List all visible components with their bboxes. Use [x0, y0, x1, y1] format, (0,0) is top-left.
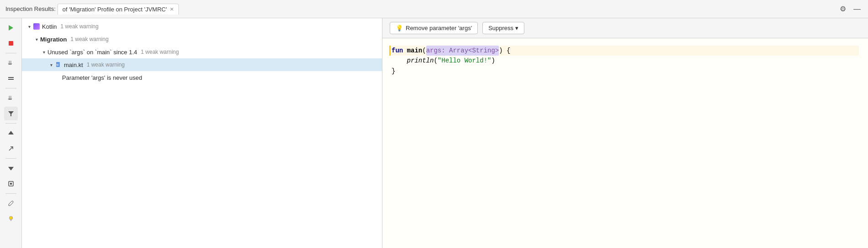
kotlin-badge: 1 weak warning: [61, 23, 99, 30]
svg-rect-10: [10, 183, 12, 185]
inspection-tab[interactable]: of 'Migration' Profile on Project 'JVMRC…: [58, 4, 179, 15]
right-panel: 💡 Remove parameter 'args' Suppress ▾ fun…: [382, 18, 868, 248]
filter-icon: [8, 110, 14, 117]
unused-badge: 1 weak warning: [141, 49, 179, 55]
file-icon: kt: [55, 61, 62, 68]
export-icon: [8, 145, 14, 152]
unused-label: Unused `args` on `main` since 1.4: [47, 49, 137, 56]
function-name-main: main: [407, 46, 423, 56]
left-toolbar: ⇊ ⇊: [0, 18, 22, 248]
svg-rect-4: [8, 79, 14, 80]
mainkt-expand-arrow: ▾: [47, 61, 55, 68]
svg-marker-7: [8, 131, 14, 134]
kotlin-icon: [33, 23, 40, 30]
tab-label: of 'Migration' Profile on Project 'JVMRC…: [63, 6, 167, 13]
wrench-button[interactable]: [4, 196, 18, 210]
inspection-results-label: Inspection Results:: [5, 5, 56, 12]
kotlin-label: Kotlin: [42, 23, 57, 30]
suppress-dropdown-icon: ▾: [515, 25, 518, 31]
collapse-all-button[interactable]: [4, 72, 18, 85]
mainkt-label: main.kt: [64, 62, 83, 68]
kotlin-expand-arrow: ▾: [26, 23, 33, 30]
function-call-println: println: [407, 56, 434, 66]
bulb-button[interactable]: [4, 212, 18, 226]
code-line-2: println("Hello World!"): [392, 56, 859, 66]
svg-rect-1: [9, 41, 13, 46]
stop-icon: [8, 41, 14, 46]
tree-item-kotlin[interactable]: ▾ Kotlin 1 weak warning: [22, 20, 382, 33]
bulb-icon-small: 💡: [396, 25, 403, 31]
unused-expand-arrow: ▾: [40, 48, 47, 56]
tree-item-mainkt[interactable]: ▾ kt main.kt 1 weak warning: [22, 58, 382, 71]
run-button[interactable]: [4, 21, 18, 35]
minimize-icon-button[interactable]: —: [852, 4, 863, 14]
svg-rect-3: [8, 77, 14, 78]
svg-text:kt: kt: [57, 63, 59, 66]
tree-panel: ▾ Kotlin 1 weak warning ▾ Migration 1 we…: [22, 18, 382, 248]
settings-icon-button[interactable]: ⚙: [838, 4, 848, 14]
title-bar: Inspection Results: of 'Migration' Profi…: [0, 0, 868, 18]
tree-item-migration[interactable]: ▾ Migration 1 weak warning: [22, 33, 382, 46]
toolbar-separator-4: [5, 158, 16, 159]
toolbar-separator-2: [5, 88, 16, 88]
param-args: args: Array<String>: [426, 46, 499, 56]
bulb-icon: [8, 216, 14, 222]
down-arrow-icon: [8, 165, 14, 171]
action-bar: 💡 Remove parameter 'args' Suppress ▾: [382, 18, 868, 38]
main-window: Inspection Results: of 'Migration' Profi…: [0, 0, 868, 248]
filter-button[interactable]: [4, 107, 18, 120]
expand-all-button[interactable]: ⇊: [4, 56, 18, 70]
title-bar-actions: ⚙ —: [838, 4, 863, 14]
svg-marker-8: [8, 167, 14, 170]
svg-point-11: [9, 217, 12, 220]
code-panel: fun main(args: Array<String>) { println(…: [382, 38, 868, 248]
code-line-3: }: [392, 66, 859, 76]
up-arrow-icon: [8, 130, 14, 136]
string-hello-world: "Hello World!": [438, 56, 492, 66]
next-button[interactable]: [4, 161, 18, 175]
svg-marker-6: [8, 111, 14, 116]
toolbar-separator-1: [5, 53, 16, 53]
previous-button[interactable]: [4, 126, 18, 140]
param-warning-label: Parameter 'args' is never used: [62, 74, 142, 81]
wrench-icon: [8, 200, 14, 207]
pin-icon: [8, 181, 14, 187]
code-line-1: fun main(args: Array<String>) {: [389, 46, 859, 56]
remove-parameter-button[interactable]: 💡 Remove parameter 'args': [390, 22, 478, 34]
expand-all-icon: ⇊: [8, 60, 14, 66]
export-button[interactable]: [4, 142, 18, 155]
svg-rect-12: [10, 220, 12, 221]
expand-selected-button[interactable]: ⇊: [4, 91, 18, 105]
svg-marker-0: [9, 25, 13, 31]
run-icon: [8, 25, 14, 31]
svg-text:⇊: ⇊: [8, 95, 12, 101]
migration-badge: 1 weak warning: [71, 36, 109, 42]
stop-button[interactable]: [4, 36, 18, 50]
remove-btn-label: Remove parameter 'args': [406, 25, 472, 31]
collapse-all-icon: [8, 75, 14, 82]
closing-brace: }: [392, 66, 395, 76]
tab-close-button[interactable]: ✕: [170, 6, 174, 12]
pin-button[interactable]: [4, 177, 18, 191]
toolbar-separator-3: [5, 123, 16, 124]
svg-text:⇊: ⇊: [8, 60, 12, 66]
tree-item-unused[interactable]: ▾ Unused `args` on `main` since 1.4 1 we…: [22, 46, 382, 58]
mainkt-badge: 1 weak warning: [87, 62, 125, 68]
main-content: ⇊ ⇊: [0, 18, 868, 248]
toolbar-separator-5: [5, 193, 16, 194]
suppress-button[interactable]: Suppress ▾: [482, 22, 524, 34]
keyword-fun: fun: [392, 46, 407, 56]
tree-item-param-warning[interactable]: Parameter 'args' is never used: [22, 71, 382, 84]
migration-expand-arrow: ▾: [33, 36, 40, 43]
migration-label: Migration: [40, 36, 67, 43]
expand-selected-icon: ⇊: [8, 95, 14, 101]
suppress-btn-label: Suppress: [488, 25, 513, 31]
svg-rect-13: [10, 221, 11, 221]
